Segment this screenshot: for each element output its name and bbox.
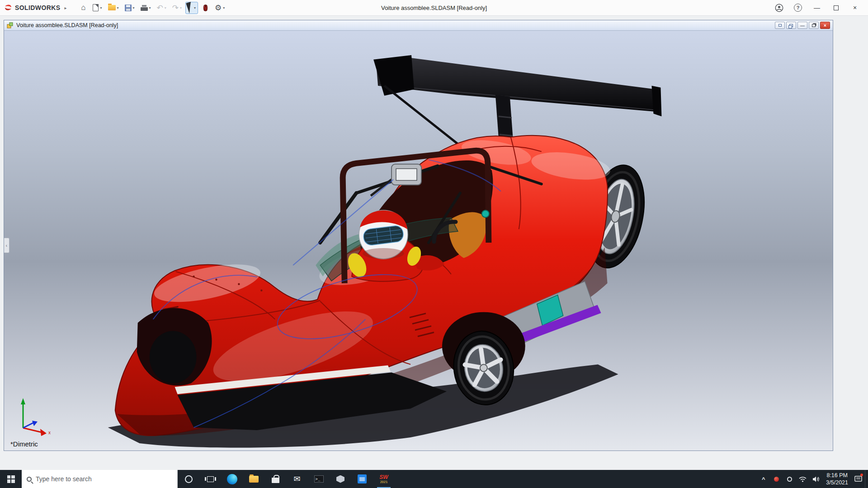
home-button[interactable]: ⌂ — [77, 2, 89, 14]
car-model[interactable] — [4, 31, 833, 450]
doc-close-button[interactable]: × — [820, 22, 830, 29]
ds-logo-icon — [4, 4, 13, 12]
help-button[interactable]: ? — [788, 0, 807, 15]
undo-icon: ↶ — [157, 3, 163, 13]
folder-icon — [249, 476, 259, 483]
show-desktop-button[interactable] — [865, 470, 867, 488]
mail-envelope-icon: ✉ — [293, 474, 300, 484]
wifi-icon — [799, 476, 807, 482]
doc-layout-button-1[interactable] — [775, 22, 785, 29]
clock-date: 3/5/2021 — [826, 479, 848, 486]
screen: SOLIDWORKS ▸ ⌂ ▾ ▾ ▾ ▾ ↶▾ ↷▾ ▾ ⚙▾ Voitur… — [0, 0, 868, 488]
clock[interactable]: 8:16 PM 3/5/2021 — [822, 472, 852, 487]
red-dot-icon — [774, 477, 779, 482]
doc-minimize-button[interactable]: — — [797, 22, 807, 29]
document-titlebar[interactable]: Voiture assomblee.SLDASM [Read-only] — × — [4, 20, 833, 31]
svg-text:x: x — [48, 430, 51, 435]
home-icon: ⌂ — [81, 3, 85, 12]
caret-down-icon: ▾ — [165, 6, 166, 10]
viewer-app-button[interactable] — [330, 470, 351, 488]
mouse-gestures-button[interactable] — [199, 2, 211, 14]
tray-overflow-button[interactable]: ^ — [757, 470, 770, 488]
driver-helmet[interactable] — [359, 210, 408, 259]
save-icon — [125, 5, 132, 11]
caret-down-icon[interactable]: ▾ — [223, 6, 225, 10]
doc-restore-button[interactable] — [809, 22, 819, 29]
mail-button[interactable]: ✉ — [286, 470, 308, 488]
app-title: Voiture assomblee.SLDASM [Read-only] — [381, 0, 487, 16]
store-button[interactable] — [264, 470, 286, 488]
account-button[interactable] — [769, 0, 788, 15]
caret-down-icon: ▾ — [180, 6, 182, 10]
solidworks-year-badge: 2021 — [380, 480, 388, 484]
caret-down-icon[interactable]: ▾ — [149, 6, 151, 10]
save-button[interactable]: ▾ — [123, 2, 137, 14]
restore-icon — [812, 24, 816, 27]
notification-center-button[interactable] — [852, 470, 865, 488]
open-button[interactable]: ▾ — [106, 2, 121, 14]
new-document-button[interactable]: ▾ — [90, 2, 104, 14]
cortana-icon — [185, 475, 193, 483]
close-icon: × — [853, 4, 857, 11]
print-icon — [141, 5, 148, 11]
window-pane-icon — [778, 24, 782, 27]
window-controls: ? — × — [769, 0, 864, 15]
store-bag-icon — [272, 478, 279, 483]
caret-down-icon[interactable]: ▾ — [133, 6, 135, 10]
quick-access-toolbar: ⌂ ▾ ▾ ▾ ▾ ↶▾ ↷▾ ▾ ⚙▾ — [77, 2, 227, 14]
minimize-button[interactable]: — — [807, 0, 826, 15]
new-document-icon — [93, 4, 99, 11]
photos-icon — [358, 474, 367, 483]
hexagon-app-icon — [336, 475, 344, 483]
graphics-viewport[interactable]: x *Dimetric ‹ — [4, 31, 833, 450]
caret-down-icon[interactable]: ▾ — [117, 6, 119, 10]
mouse-icon — [203, 5, 208, 11]
orientation-triad[interactable]: x — [15, 396, 56, 437]
solidworks-app-icon: SW 2021 — [379, 474, 388, 484]
document-window-controls: — × — [775, 22, 830, 29]
cortana-button[interactable] — [178, 470, 199, 488]
windows-logo-icon — [7, 475, 15, 483]
panel-flyout-arrow[interactable]: ‹ — [4, 238, 9, 253]
maximize-button[interactable] — [826, 0, 845, 15]
tray-app-button[interactable] — [783, 470, 796, 488]
search-input[interactable] — [36, 475, 172, 483]
notification-badge — [860, 474, 863, 476]
photos-button[interactable] — [351, 470, 373, 488]
view-orientation-label: *Dimetric — [10, 440, 38, 448]
solidworks-taskbar-button[interactable]: SW 2021 — [373, 470, 395, 488]
speaker-icon — [812, 476, 820, 482]
print-button[interactable]: ▾ — [138, 2, 153, 14]
edge-button[interactable] — [221, 470, 243, 488]
options-button[interactable]: ⚙▾ — [212, 2, 227, 14]
close-icon: × — [824, 23, 826, 28]
terminal-icon: >_ — [314, 475, 324, 483]
start-button[interactable] — [0, 470, 22, 488]
taskbar: ✉ >_ SW 2021 ^ — [0, 470, 868, 488]
clock-time: 8:16 PM — [826, 472, 848, 479]
undo-button[interactable]: ↶▾ — [155, 2, 169, 14]
document-window: Voiture assomblee.SLDASM [Read-only] — × — [4, 20, 833, 451]
help-icon: ? — [794, 4, 802, 12]
taskbar-apps: ✉ >_ SW 2021 — [178, 470, 395, 488]
brand-name: SOLIDWORKS — [15, 4, 60, 11]
task-view-button[interactable] — [199, 470, 221, 488]
taskbar-search[interactable] — [22, 470, 178, 488]
doc-layout-button-2[interactable] — [786, 22, 796, 29]
cascade-windows-icon — [789, 24, 793, 27]
teal-accent — [482, 210, 489, 217]
user-icon — [775, 4, 783, 12]
antivirus-tray-button[interactable] — [770, 470, 783, 488]
caret-down-icon[interactable]: ▾ — [100, 6, 102, 10]
file-explorer-button[interactable] — [243, 470, 264, 488]
close-button[interactable]: × — [845, 0, 864, 15]
network-tray-button[interactable] — [796, 470, 809, 488]
gear-icon: ⚙ — [215, 3, 222, 13]
select-tool-button[interactable]: ▾ — [185, 2, 198, 14]
volume-tray-button[interactable] — [809, 470, 822, 488]
command-prompt-button[interactable]: >_ — [308, 470, 330, 488]
caret-down-icon[interactable]: ▾ — [194, 6, 196, 10]
toolbar-expand-icon[interactable]: ▸ — [64, 5, 66, 10]
redo-button[interactable]: ↷▾ — [170, 2, 184, 14]
open-folder-icon — [108, 5, 116, 10]
